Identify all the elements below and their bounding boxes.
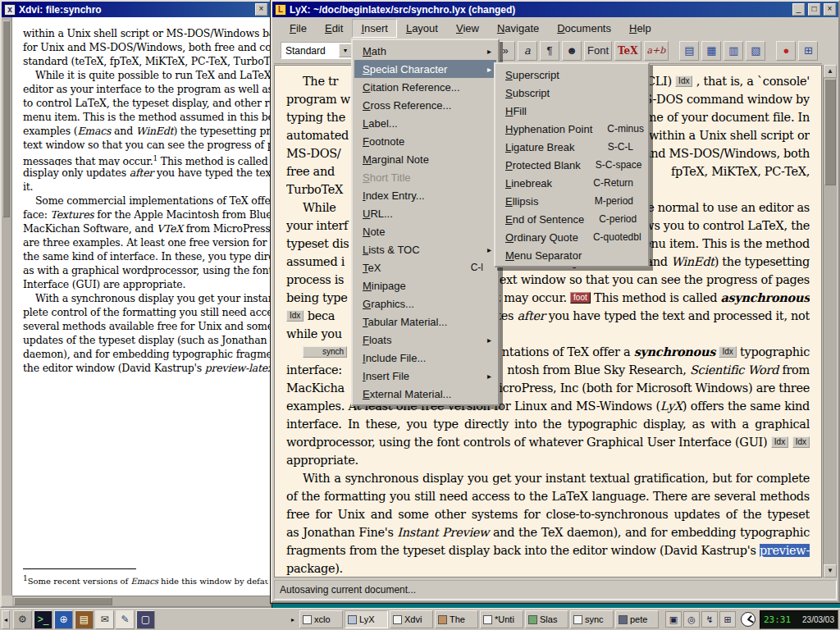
task-button-xclo[interactable]: xclo [299, 610, 343, 628]
table-grid-icon[interactable]: ⊞ [798, 41, 818, 61]
xdvi-close-button[interactable]: × [255, 3, 267, 16]
tex-button[interactable]: TeX [614, 41, 641, 61]
submenu-arrow-icon: ▸ [483, 65, 491, 74]
insert-menu-item-floats[interactable]: Floats▸ [354, 331, 496, 349]
special-char-item-hyphenation-point[interactable]: Hyphenation PointC-minus [497, 120, 646, 138]
menu-file[interactable]: File [281, 19, 316, 38]
task-button-pete[interactable]: pete [615, 610, 659, 628]
browser-globe-icon[interactable]: ⊕ [54, 610, 73, 629]
menu-insert[interactable]: Insert [352, 19, 397, 38]
close-button[interactable]: × [824, 3, 836, 16]
paragraph-style-combo[interactable]: Standard ▼ [281, 42, 353, 59]
font-button[interactable]: Font [584, 41, 612, 61]
xdvi-text-line: for Unix and MS-DOS/Windows, both free a… [23, 40, 270, 54]
special-char-item-hfill[interactable]: HFill [497, 102, 646, 120]
special-char-item-superscript[interactable]: Superscript [497, 66, 646, 84]
special-char-item-subscript[interactable]: Subscript [497, 84, 646, 102]
lyx-vertical-scrollbar[interactable]: ▲ ▼ [823, 65, 837, 578]
task-label: pete [630, 614, 647, 624]
menu-help[interactable]: Help [620, 19, 660, 38]
hfill-icon[interactable]: ● [776, 41, 796, 61]
scroll-up-icon[interactable]: ▲ [824, 65, 837, 78]
paragraph-icon[interactable]: ¶ [540, 41, 559, 61]
special-char-item-protected-blank[interactable]: Protected BlankS-C-space [497, 156, 646, 174]
special-char-item-menu-separator[interactable]: Menu Separator [497, 246, 646, 264]
shortcut-label: C-l [471, 262, 483, 273]
insert-menu-item-lists-toc[interactable]: Lists & TOC▸ [354, 240, 496, 258]
terminal-icon[interactable]: >_ [34, 610, 52, 629]
insert-menu-item-index-entry[interactable]: Index Entry... [354, 186, 496, 204]
scrollbar-thumb[interactable] [14, 597, 112, 605]
insert-menu-item-cross-reference[interactable]: Cross Reference... [354, 96, 496, 114]
insert-menu-item-external-material[interactable]: External Material... [354, 385, 496, 403]
xdvi-vertical-scrollbar[interactable] [2, 17, 12, 596]
tasklist-handle[interactable]: ▸ [288, 610, 298, 629]
special-char-item-ligature-break[interactable]: Ligature BreakS-C-L [497, 138, 646, 156]
insert-menu-item-marginal-note[interactable]: Marginal Note [354, 150, 496, 168]
insert-menu-item-graphics[interactable]: Graphics... [354, 294, 496, 313]
menu-layout[interactable]: Layout [397, 19, 447, 38]
pager-icon[interactable]: ⊞ [719, 611, 736, 628]
insert-menu-item-insert-file[interactable]: Insert File▸ [354, 367, 496, 385]
scrollbar-thumb[interactable] [824, 79, 836, 185]
lyx-titlebar[interactable]: L LyX: ~/doc/beginlatex/src/synchro.lyx … [272, 2, 838, 17]
menu-navigate[interactable]: Navigate [488, 19, 548, 38]
power-icon[interactable]: ↯ [701, 611, 718, 628]
maximize-button[interactable]: □ [808, 3, 820, 16]
special-char-item-end-of-sentence[interactable]: End of SentenceC-period [497, 210, 646, 228]
noun-icon[interactable]: ☻ [562, 41, 582, 61]
menu-view[interactable]: View [447, 19, 488, 38]
index-inset[interactable]: Idx [792, 436, 810, 448]
insert-wide-float-icon[interactable]: ▧ [746, 41, 765, 61]
insert-menu-item-include-file[interactable]: Include File... [354, 349, 496, 367]
insert-menu-item-minipage[interactable]: Minipage [354, 276, 496, 294]
menu-edit[interactable]: Edit [316, 19, 352, 38]
insert-menu-item-url[interactable]: URL... [354, 204, 496, 222]
display-icon[interactable]: ▢ [136, 610, 155, 629]
scrollbar-thumb[interactable] [2, 21, 10, 217]
insert-menu-item-footnote[interactable]: Footnote [354, 132, 496, 150]
task-button-the[interactable]: The [435, 610, 478, 628]
combo-arrow-icon[interactable]: ▼ [339, 43, 352, 57]
special-char-item-linebreak[interactable]: LinebreakC-Return [497, 174, 646, 192]
xdvi-horizontal-scrollbar[interactable] [12, 596, 270, 606]
task-button-unti[interactable]: *Unti [480, 610, 523, 628]
magnifier-icon[interactable]: ◎ [683, 611, 700, 628]
index-inset[interactable]: Idx [286, 310, 304, 322]
emph-icon[interactable]: a [518, 41, 537, 61]
insert-figure-icon[interactable]: ▦ [701, 41, 721, 61]
insert-float-icon[interactable]: ▤ [679, 41, 699, 61]
insert-menu-item-short-title[interactable]: Short Title [354, 168, 496, 186]
insert-menu-item-note[interactable]: Note [354, 222, 496, 240]
minimize-button[interactable]: _ [792, 3, 805, 16]
k-menu-icon[interactable]: ⚙ [13, 610, 32, 629]
footnote-inset[interactable]: foot [570, 292, 591, 304]
special-char-item-ellipsis[interactable]: EllipsisM-period [497, 192, 646, 210]
xdvi-titlebar[interactable]: x Xdvi: file:synchro × [2, 2, 270, 17]
edit-pen-icon[interactable]: ✎ [116, 610, 135, 629]
task-button-sync[interactable]: sync [570, 610, 614, 628]
panel-hide-button[interactable]: ◂ [2, 610, 10, 629]
index-inset[interactable]: Idx [675, 75, 692, 87]
insert-menu-item-special-character[interactable]: Special Character▸ [354, 60, 496, 78]
index-inset[interactable]: Idx [719, 346, 736, 358]
insert-menu-item-tex[interactable]: TeXC-l [354, 258, 496, 276]
scroll-down-icon[interactable]: ▼ [824, 564, 837, 578]
task-button-slas[interactable]: Slas [525, 610, 568, 628]
menu-documents[interactable]: Documents [548, 19, 620, 38]
task-button-lyx[interactable]: LyX [345, 610, 388, 628]
insert-table-icon[interactable]: ▥ [724, 41, 743, 61]
scrollbar-track[interactable] [824, 186, 837, 564]
math-mode-icon[interactable]: a+b [644, 41, 669, 61]
mail-icon[interactable]: ✉ [95, 610, 114, 629]
index-inset[interactable]: Idx [771, 436, 788, 448]
insert-menu-item-math[interactable]: Math▸ [354, 42, 496, 60]
task-button-xdvi[interactable]: Xdvi [390, 610, 433, 628]
insert-menu-item-citation-reference[interactable]: Citation Reference... [354, 78, 496, 96]
clipboard-icon[interactable]: ▣ [665, 611, 682, 628]
documents-icon[interactable]: ▤ [75, 610, 94, 629]
insert-menu-item-label[interactable]: Label... [354, 114, 496, 132]
special-char-item-ordinary-quote[interactable]: Ordinary QuoteC-quotedbl [497, 228, 646, 246]
insert-menu-item-tabular-material[interactable]: Tabular Material... [354, 313, 496, 331]
index-inset[interactable]: synch [303, 346, 347, 358]
